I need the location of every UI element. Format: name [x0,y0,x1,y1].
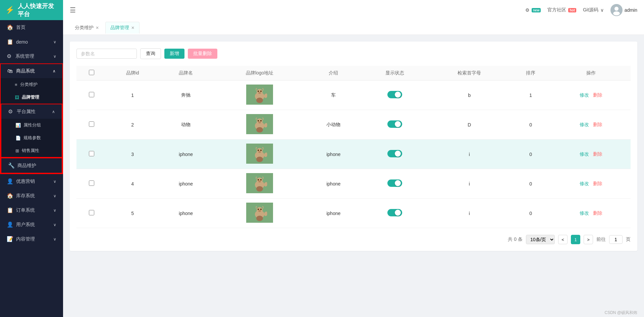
svg-point-35 [260,209,262,210]
edit-button[interactable]: 修改 [580,210,589,216]
svg-point-15 [258,121,261,123]
admin-user[interactable]: admin [610,4,637,16]
sidebar-item-label: 系统管理 [15,53,51,59]
sidebar-item-spec-params[interactable]: 📄 规格参数 [1,131,62,144]
tab-category-close[interactable]: ✕ [96,25,99,30]
row-desc: 小动物 [306,110,361,140]
sidebar-item-label: demo [16,39,51,45]
row-name: iphone [158,140,213,169]
svg-point-36 [258,210,261,212]
toggle-thumb [395,151,401,157]
sidebar-item-home[interactable]: 🏠 首页 [0,20,63,35]
row-actions: 修改 删除 [551,199,631,228]
page-1-button[interactable]: 1 [571,235,580,244]
delete-button[interactable]: 删除 [593,122,602,127]
status-toggle[interactable] [387,209,402,216]
chevron-down-icon: ∨ [53,179,56,184]
search-input[interactable] [76,49,137,59]
row-letter: i [429,140,510,169]
add-button[interactable]: 新增 [164,49,184,59]
sidebar-item-content[interactable]: 📝 内容管理 ∨ [0,232,63,246]
header-right: ⚙ new 官方社区 hot Git源码 ∨ admin [525,4,637,16]
svg-point-34 [258,209,259,210]
sidebar-item-demo[interactable]: 📋 demo ∨ [0,35,63,49]
table-row: 5 iphone iphone i 0 [76,199,631,228]
select-all-col [76,66,107,81]
edit-button[interactable]: 修改 [580,181,589,186]
col-name: 品牌名 [158,66,213,81]
sidebar-item-category[interactable]: ≡ 分类维护 [1,78,62,91]
next-page-button[interactable]: > [584,235,593,244]
sidebar-item-user[interactable]: 👤 用户系统 ∨ [0,217,63,232]
row-checkbox[interactable] [89,151,94,156]
git-button[interactable]: Git源码 ∨ [583,7,604,13]
system-icon: ⚙ [7,53,13,59]
page-goto-input[interactable] [609,235,623,244]
sidebar-item-platform-attr[interactable]: ⚙ 平台属性 ∧ [1,104,62,119]
row-checkbox[interactable] [89,92,94,97]
community-button[interactable]: 官方社区 hot [547,7,576,13]
row-checkbox-cell [76,169,107,199]
status-toggle[interactable] [387,179,402,187]
row-checkbox[interactable] [89,121,94,127]
sidebar-item-order[interactable]: 📋 订单系统 ∨ [0,203,63,217]
inventory-icon: 🏠 [7,193,13,199]
delete-button[interactable]: 删除 [593,151,602,157]
svg-point-22 [258,151,261,153]
row-checkbox[interactable] [89,210,94,215]
col-sort: 排序 [510,66,551,81]
col-letter: 检索首字母 [429,66,510,81]
sidebar-sub-label: 分类维护 [20,82,38,88]
chevron-down-icon: ∨ [53,222,56,227]
row-checkbox-cell [76,110,107,140]
prev-page-button[interactable]: < [558,235,568,244]
toolbar: 查询 新增 批量删除 [76,48,631,59]
sidebar-item-brand[interactable]: 🖼 品牌管理 [1,91,62,104]
status-toggle[interactable] [387,150,402,157]
row-sort: 0 [510,199,551,228]
hamburger-button[interactable]: ☰ [70,6,76,14]
row-actions: 修改 删除 [551,81,631,110]
sidebar-item-label: 优惠营销 [16,178,51,184]
sidebar-item-system[interactable]: ⚙ 系统管理 ∨ [0,49,63,63]
delete-button[interactable]: 删除 [593,210,602,216]
batch-delete-button[interactable]: 批量删除 [188,49,217,59]
select-all-checkbox[interactable] [89,70,94,75]
search-button[interactable]: 查询 [140,48,161,59]
delete-button[interactable]: 删除 [593,92,602,98]
svg-point-21 [260,150,262,151]
sidebar-item-attr-group[interactable]: 📊 属性分组 [1,119,62,131]
row-checkbox[interactable] [89,180,94,186]
row-logo [213,199,306,228]
svg-point-20 [258,150,259,151]
edit-button[interactable]: 修改 [580,92,589,98]
sidebar-item-sale-attr[interactable]: ⊞ 销售属性 [1,144,62,157]
status-toggle[interactable] [387,120,402,128]
page-size-select[interactable]: 10条/页 20条/页 50条/页 [526,235,555,244]
sidebar-item-inventory[interactable]: 🏠 库存系统 ∨ [0,189,63,203]
row-status [361,169,429,199]
table-row: 1 奔驰 车 b 1 修 [76,81,631,110]
attr-group-icon: 📊 [15,123,21,128]
tab-category[interactable]: 分类维护 ✕ [70,22,104,34]
sidebar-item-promotion[interactable]: 👤 优惠营销 ∨ [0,174,63,189]
sidebar-item-goods-maintain[interactable]: 🔧 商品维护 [1,158,62,173]
svg-point-1 [614,7,619,11]
delete-button[interactable]: 删除 [593,181,602,186]
status-toggle[interactable] [387,91,402,98]
chevron-up-icon: ∧ [53,69,56,73]
toggle-thumb [395,121,401,127]
edit-button[interactable]: 修改 [580,151,589,157]
sidebar-item-label: 内容管理 [16,236,51,242]
row-status [361,110,429,140]
tab-brand[interactable]: 品牌管理 ✕ [105,22,140,34]
edit-button[interactable]: 修改 [580,122,589,127]
toggle-thumb [395,92,401,98]
settings-button[interactable]: ⚙ new [525,7,541,13]
row-desc: iphone [306,140,361,169]
goods-section: 🛍 商品系统 ∧ ≡ 分类维护 🖼 品牌管理 ⚙ 平台属性 ∧ [0,63,63,174]
chevron-down-icon: ∨ [53,194,56,198]
tab-brand-close[interactable]: ✕ [131,25,135,30]
col-desc: 介绍 [306,66,361,81]
sidebar-item-goods[interactable]: 🛍 商品系统 ∧ [1,64,62,78]
